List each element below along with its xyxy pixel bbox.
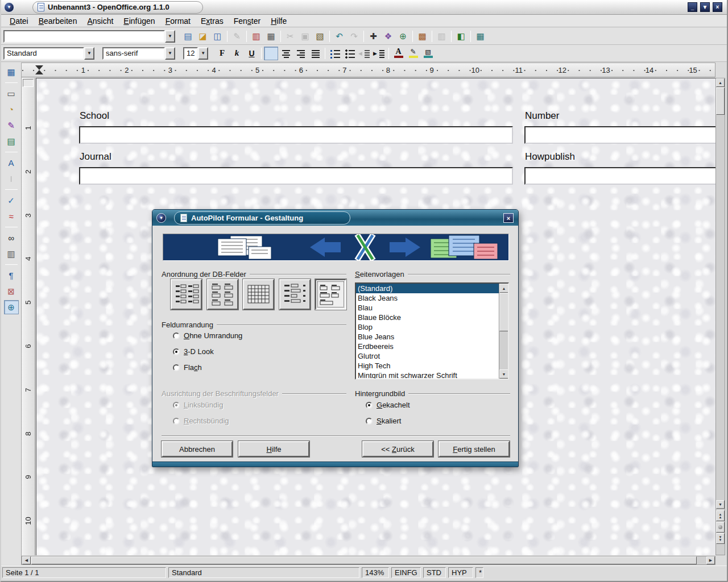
align-justify-icon[interactable]	[308, 47, 322, 60]
page-style-item[interactable]: Blop	[356, 322, 499, 332]
scroll-left-button[interactable]: ◀	[22, 556, 31, 564]
cut-icon[interactable]: ✂	[283, 30, 297, 43]
scroll-down-button[interactable]: ▼	[499, 369, 508, 379]
datasource-icon[interactable]: ▥	[435, 30, 449, 43]
form-text-input[interactable]	[524, 126, 715, 144]
indent-decrease-icon[interactable]: ◀	[357, 47, 371, 60]
insert-object-icon[interactable]: ◔	[4, 102, 19, 117]
insert-frame-icon[interactable]: ▭	[4, 86, 19, 101]
cancel-button[interactable]: Abbrechen	[162, 441, 233, 457]
data-sources-icon[interactable]: ▥	[4, 247, 19, 261]
close-button[interactable]: ×	[713, 2, 722, 12]
save-icon[interactable]: ◫	[210, 30, 225, 43]
menu-extras[interactable]: Extras	[196, 15, 229, 27]
underline-icon[interactable]: U	[245, 47, 259, 60]
italic-icon[interactable]: k	[230, 47, 244, 60]
form-text-input[interactable]	[79, 167, 513, 185]
page-style-item[interactable]: High Tech	[356, 361, 499, 371]
highlight-icon[interactable]: ✎	[406, 47, 420, 60]
radio-gekachelt[interactable]: Gekachelt	[366, 401, 410, 409]
bullet-list-icon[interactable]	[342, 47, 357, 60]
scroll-up-button[interactable]: ▲	[716, 78, 725, 87]
direct-cursor-icon[interactable]: I	[4, 172, 19, 186]
form-functions-icon[interactable]: ▤	[4, 134, 19, 148]
font-color-icon[interactable]: A	[391, 47, 406, 60]
url-combobox[interactable]: ▼	[3, 30, 175, 43]
open-icon[interactable]: ◪	[196, 30, 210, 43]
paragraph-style-combobox[interactable]: Standard ▼	[3, 47, 94, 60]
spellcheck-icon[interactable]: ✓	[4, 193, 19, 207]
undo-icon[interactable]: ↶	[332, 30, 346, 43]
find-icon[interactable]: ∞	[4, 231, 19, 245]
indent-increase-icon[interactable]: ▶	[372, 47, 386, 60]
page-style-item[interactable]: (Standard)	[356, 284, 499, 293]
radio-ohne-umrandung[interactable]: Ohne Umrandung	[173, 331, 242, 340]
insert-table-icon[interactable]: ▦	[4, 65, 19, 79]
status-modified[interactable]: *	[475, 567, 483, 578]
minimize-button[interactable]: _	[688, 2, 697, 12]
menu-einfuegen[interactable]: Einfügen	[118, 15, 160, 27]
font-size-combobox[interactable]: 12 ▼	[183, 47, 208, 60]
numbered-list-icon[interactable]	[328, 47, 342, 60]
nonprinting-chars-icon[interactable]: ¶	[4, 268, 19, 282]
form-text-input[interactable]	[79, 126, 513, 144]
scrollbar-thumb[interactable]	[31, 556, 697, 564]
status-page[interactable]: Seite 1 / 1	[2, 567, 166, 578]
finish-button[interactable]: Fertig stellen	[439, 441, 510, 457]
navigator-icon[interactable]: ✚	[366, 30, 380, 43]
hyperlink-icon[interactable]: ⊕	[396, 30, 410, 43]
previous-page-button[interactable]: ▲▲	[716, 510, 725, 521]
menu-datei[interactable]: Datei	[5, 15, 34, 27]
page-style-item[interactable]: Blau	[356, 303, 499, 313]
arrangement-blocks-wide-button[interactable]	[315, 279, 346, 310]
page-style-item[interactable]: Blue Jeans	[356, 332, 499, 342]
chevron-down-icon[interactable]: ▼	[165, 30, 175, 43]
arrangement-labels-above-button[interactable]	[207, 279, 238, 310]
scroll-up-button[interactable]: ▲	[499, 284, 508, 293]
status-page-style[interactable]: Standard	[168, 567, 359, 578]
shade-button[interactable]: ▼	[700, 2, 710, 12]
page-style-item[interactable]: Blaue Blöcke	[356, 313, 499, 322]
paste-icon[interactable]: ▧	[313, 30, 327, 43]
next-page-button[interactable]: ▼▼	[716, 533, 725, 544]
arrangement-table-button[interactable]	[243, 279, 274, 310]
chevron-down-icon[interactable]: ▼	[198, 47, 208, 60]
horizontal-scrollbar[interactable]: ◀ ▶	[22, 556, 715, 565]
para-bg-icon[interactable]: ▧	[421, 47, 435, 60]
new-document-icon[interactable]: ▤	[181, 30, 195, 43]
scroll-right-button[interactable]: ▶	[706, 556, 715, 564]
table-icon[interactable]: ▦	[473, 30, 487, 43]
page-style-item[interactable]: Mintgrün mit schwarzer Schrift	[356, 371, 499, 380]
autospellcheck-icon[interactable]: ≈	[4, 209, 19, 223]
radio-flach[interactable]: Flach	[173, 363, 202, 372]
navigation-button[interactable]	[716, 522, 725, 533]
dialog-titlebar[interactable]: ▼ AutoPilot Formular - Gestaltung ×	[152, 210, 518, 226]
page-style-item[interactable]: Black Jeans	[356, 293, 499, 303]
arrangement-columns-labels-left-button[interactable]	[171, 279, 202, 310]
menu-fenster[interactable]: Fenster	[229, 15, 266, 27]
online-layout-icon[interactable]: ⊕	[4, 300, 19, 314]
page-style-item[interactable]: Erdbeereis	[356, 342, 499, 351]
autoformat-icon[interactable]: ❖	[381, 30, 395, 43]
form-text-input[interactable]	[524, 167, 715, 185]
bookmark-icon[interactable]: ◧	[454, 30, 468, 43]
chevron-down-icon[interactable]: ▼	[165, 47, 175, 60]
chevron-down-icon[interactable]: ▼	[84, 47, 94, 60]
horizontal-ruler[interactable]: 123456789101112131415	[22, 63, 715, 77]
radio-3d-look[interactable]: 3-D Look	[173, 347, 214, 356]
status-selection-mode[interactable]: STD	[423, 567, 446, 578]
edit-file-icon[interactable]: ✎	[230, 30, 244, 43]
redo-icon[interactable]: ↷	[347, 30, 361, 43]
scrollbar-thumb[interactable]	[499, 293, 508, 331]
window-titlebar[interactable]: ▼ Unbenannt3 - OpenOffice.org 1.1.0 _▼×	[1, 0, 727, 15]
status-zoom[interactable]: 143%	[362, 567, 389, 578]
draw-functions-icon[interactable]: ✎	[4, 118, 19, 132]
radio-skaliert[interactable]: Skaliert	[366, 417, 401, 425]
window-menu-button[interactable]: ▼	[4, 2, 14, 13]
help-button[interactable]: Hilfe	[238, 441, 309, 457]
bold-icon[interactable]: F	[215, 47, 229, 60]
copy-icon[interactable]: ▣	[298, 30, 312, 43]
back-button[interactable]: << Zurück	[362, 441, 433, 457]
menu-bearbeiten[interactable]: Bearbeiten	[34, 15, 82, 27]
graphics-onoff-icon[interactable]: ⊠	[4, 284, 19, 298]
